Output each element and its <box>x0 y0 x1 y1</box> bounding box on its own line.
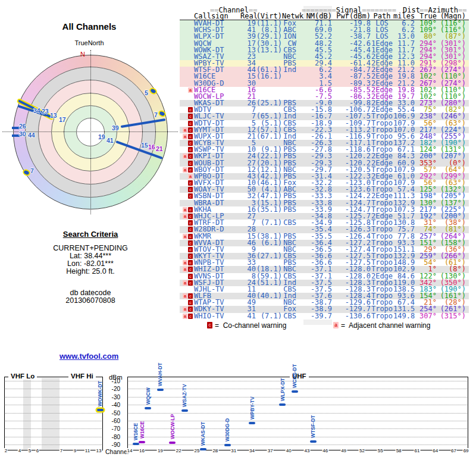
table-row: acWHIO-TV41(7.1)CBS-39.7-130.6Tropo149.8… <box>180 313 469 320</box>
gridline <box>129 405 467 405</box>
co-channel-icon: c <box>188 306 193 312</box>
radar-channel-label: 7 <box>30 167 34 174</box>
warning-markers: ac <box>180 280 193 286</box>
adjacent-channel-icon: a <box>183 214 187 219</box>
x-tick-label: 28 <box>212 448 218 453</box>
virtual-channel: (16.1) <box>256 73 282 80</box>
gridline <box>129 381 467 381</box>
warning-markers: c <box>180 113 193 120</box>
warning-markers <box>180 80 193 87</box>
network: CBS <box>282 220 296 226</box>
true-azimuth: 307° <box>415 313 437 320</box>
warning-markers: ac <box>180 127 193 133</box>
x-tick-label: 6 <box>36 448 39 453</box>
warning-markers <box>180 100 193 107</box>
network: Ind <box>282 67 296 73</box>
gridline <box>129 445 467 445</box>
band-label-vhf-lo: VHF Lo <box>8 373 37 380</box>
co-channel-legend-text: = Co-channel warning <box>215 321 286 330</box>
co-channel-icon: c <box>188 260 193 265</box>
station-marker <box>133 443 139 445</box>
x-tick-label: 9 <box>73 448 77 453</box>
warning-markers <box>180 40 193 47</box>
tvfool-link[interactable]: www.tvfool.com <box>60 352 118 361</box>
co-channel-icon: c <box>188 161 193 166</box>
distance-miles: 149.8 <box>393 313 415 320</box>
co-channel-icon: c <box>188 267 193 272</box>
band-label-vhf-hi: VHF Hi <box>68 373 96 380</box>
virtual-channel: (51.1) <box>256 280 282 286</box>
station-marker <box>200 448 206 450</box>
radar-channel-label: 34 <box>33 107 40 114</box>
warning-markers: ac <box>180 293 193 299</box>
warning-markers: c <box>180 146 193 153</box>
y-tick-label: -20 <box>105 386 120 392</box>
co-channel-icon: c <box>188 154 193 159</box>
y-tick-label: -70 <box>105 425 120 432</box>
warning-markers <box>180 73 193 80</box>
adjacent-channel-icon: a <box>183 314 187 319</box>
north-marker: N <box>78 51 87 58</box>
co-channel-icon: c <box>188 220 193 226</box>
warning-markers: c <box>180 220 193 226</box>
virtual-channel <box>256 299 282 306</box>
adjacent-channel-icon: a <box>183 260 187 265</box>
station-marker-label: WKAS-DT <box>200 422 206 446</box>
adjacent-channel-legend-text: = Adjacent channel warning <box>341 321 430 330</box>
warning-markers <box>180 33 193 40</box>
co-channel-icon: c <box>188 167 193 173</box>
adjacent-channel-icon: a <box>188 174 193 179</box>
x-tick-label: 16 <box>139 448 145 453</box>
pwr-dbm: -130.6 <box>332 313 371 320</box>
adjacent-channel-icon: a <box>183 127 187 133</box>
radar-axis-vertical <box>90 50 91 214</box>
warning-markers: c <box>180 193 193 199</box>
radar-channel-label: 19 <box>98 133 105 140</box>
station-marker-label: WSAZ-TV <box>181 384 187 407</box>
warning-markers <box>180 93 193 100</box>
channel-group-header: ==Channel== <box>210 6 257 14</box>
virtual-channel: (7.1) <box>256 313 282 320</box>
radar-channel-label: 13 <box>50 112 57 119</box>
station-marker-label: W16CE <box>139 421 145 439</box>
y-tick-label: -90 <box>105 442 120 448</box>
radar-channel-label: 44 <box>28 132 35 139</box>
station-marker-label: WCHS-DT <box>292 364 298 388</box>
warning-markers: c <box>180 186 193 193</box>
warning-markers: c <box>180 273 193 280</box>
virtual-channel: (7.1) <box>256 220 282 226</box>
gridline <box>5 397 102 397</box>
station-marker <box>224 444 231 446</box>
search-criteria: Search Criteria CURRENT+PENDING Lat: 38.… <box>12 230 169 305</box>
co-channel-icon: c <box>188 121 193 126</box>
station-table: ==Channel== ========Signal======== Dist … <box>180 6 469 320</box>
virtual-channel: (67.1) <box>256 133 282 140</box>
virtual-channel: (25.1) <box>256 100 282 107</box>
uhf-panel <box>127 377 468 450</box>
virtual-channel <box>256 80 282 87</box>
gridline <box>129 437 467 437</box>
x-tick-label: 46 <box>322 448 328 453</box>
gridline <box>5 421 102 421</box>
co-channel-icon: c <box>188 127 193 133</box>
station-marker-label: WQCW <box>145 387 151 405</box>
warning-markers: c <box>180 246 193 253</box>
warning-markers: c <box>180 120 193 127</box>
gridline <box>129 413 467 414</box>
radar-plot: All Channels TrueNorth N 573919411516213… <box>0 0 178 220</box>
gridline <box>129 389 467 389</box>
co-channel-icon: c <box>188 114 193 119</box>
co-channel-icon: c <box>207 322 212 328</box>
warning-markers: ac <box>180 266 193 273</box>
network: CBS <box>282 313 296 320</box>
warning-markers: ac <box>180 306 193 312</box>
station-marker-label: WTSF-DT <box>310 415 316 438</box>
criteria-height: Height: 25.0 ft. <box>12 268 169 276</box>
radar-channel-label: 30 <box>19 130 26 137</box>
co-channel-icon: c <box>188 280 193 286</box>
gridline <box>129 397 467 397</box>
warning-markers: ac <box>180 213 193 220</box>
y-tick-label: -40 <box>105 402 120 408</box>
table-rows: WVAH-DT19(11.1)Fox71.1-19.8LOS6.2109°(11… <box>180 20 469 320</box>
warning-markers <box>180 47 193 54</box>
